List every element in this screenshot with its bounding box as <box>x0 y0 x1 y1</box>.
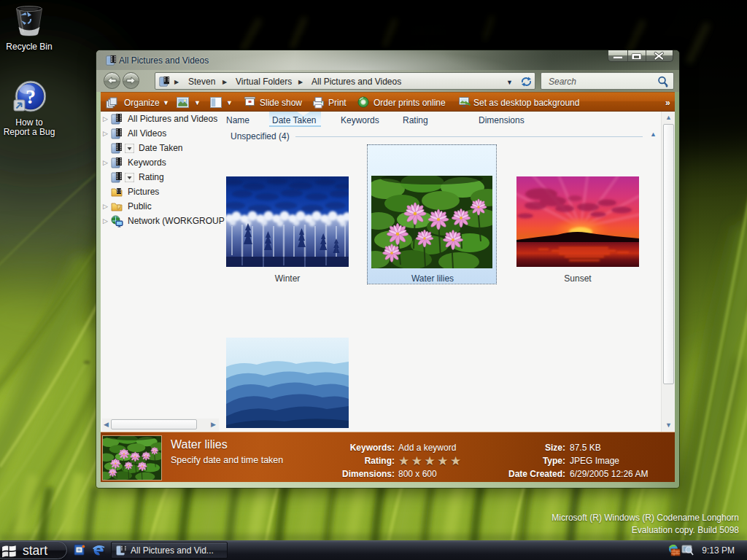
svg-text:?: ? <box>26 85 36 108</box>
